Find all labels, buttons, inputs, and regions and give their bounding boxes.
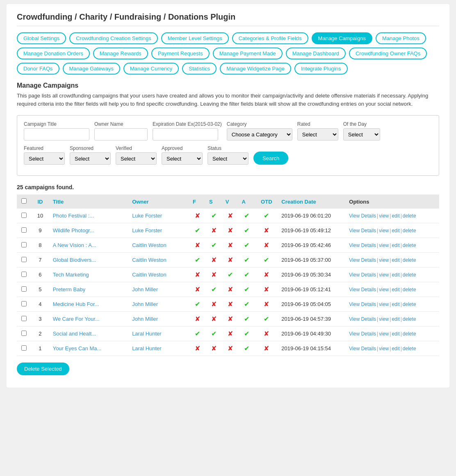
view-details-link[interactable]: View Details (349, 213, 376, 219)
delete-link[interactable]: delete (403, 331, 416, 337)
category-select[interactable]: Choose a CategoryArtsCommunityEducationE… (227, 128, 292, 141)
nav-btn-global-settings[interactable]: Global Settings (17, 32, 66, 44)
delete-link[interactable]: delete (403, 243, 416, 248)
edit-link[interactable]: edit (392, 331, 399, 337)
delete-link[interactable]: delete (403, 257, 416, 263)
nav-btn-crowdfunding-creation-settings[interactable]: Crowdfunding Creation Settings (69, 32, 158, 44)
view-details-link[interactable]: View Details (349, 301, 376, 307)
nav-btn-manage-donation-orders[interactable]: Manage Donation Orders (17, 48, 90, 59)
sponsored-select[interactable]: SelectYesNo (70, 152, 111, 165)
view-details-link[interactable]: View Details (349, 316, 376, 322)
nav-btn-manage-payment-made[interactable]: Manage Payment Made (213, 48, 283, 59)
edit-link[interactable]: edit (392, 243, 399, 248)
expiration-input[interactable] (153, 128, 218, 141)
nav-btn-statistics[interactable]: Statistics (182, 63, 217, 75)
cell-title[interactable]: Photo Festival :... (50, 209, 129, 223)
owner-name-input[interactable] (94, 128, 148, 141)
row-checkbox[interactable] (21, 286, 27, 292)
oftheday-select[interactable]: SelectYesNo (343, 128, 380, 141)
cell-owner[interactable]: Caitlin Weston (129, 238, 189, 253)
cell-title[interactable]: Medicine Hub For... (50, 297, 129, 312)
nav-btn-manage-campaigns[interactable]: Manage Campaigns (312, 32, 372, 44)
cell-owner[interactable]: Caitlin Weston (129, 267, 189, 282)
view-details-link[interactable]: View Details (349, 331, 376, 337)
cell-title[interactable]: Global Biodivers... (50, 253, 129, 267)
status-select[interactable]: SelectActiveInactive (207, 152, 249, 165)
edit-link[interactable]: edit (392, 316, 399, 322)
edit-link[interactable]: edit (392, 301, 399, 307)
approved-select[interactable]: SelectYesNo (162, 152, 203, 165)
title-link[interactable]: We Care For Your... (53, 316, 100, 322)
cell-owner[interactable]: John Miller (129, 282, 189, 297)
view-link[interactable]: view (379, 243, 389, 248)
owner-link[interactable]: Laral Hunter (132, 345, 162, 351)
owner-link[interactable]: Caitlin Weston (132, 242, 166, 248)
edit-link[interactable]: edit (392, 228, 399, 233)
delete-link[interactable]: delete (403, 287, 416, 292)
owner-link[interactable]: John Miller (132, 316, 158, 322)
nav-btn-crowdfunding-owner-faqs[interactable]: Crowdfunding Owner FAQs (349, 48, 427, 59)
cell-title[interactable]: Wildlife Photogr... (50, 223, 129, 238)
edit-link[interactable]: edit (392, 346, 399, 351)
view-link[interactable]: view (379, 346, 389, 351)
delete-link[interactable]: delete (403, 301, 416, 307)
title-link[interactable]: Tech Marketing (53, 272, 89, 278)
view-details-link[interactable]: View Details (349, 272, 376, 278)
title-link[interactable]: Photo Festival :... (53, 213, 94, 219)
nav-btn-member-level-settings[interactable]: Member Level Settings (161, 32, 229, 44)
owner-link[interactable]: Caitlin Weston (132, 272, 166, 278)
cell-title[interactable]: A New Vision : A... (50, 238, 129, 253)
row-checkbox[interactable] (21, 242, 27, 247)
delete-selected-button[interactable]: Delete Selected (17, 363, 69, 375)
title-link[interactable]: Medicine Hub For... (53, 301, 99, 307)
edit-link[interactable]: edit (392, 272, 399, 278)
cell-title[interactable]: Preterm Baby (50, 282, 129, 297)
search-button[interactable]: Search (253, 152, 288, 165)
view-link[interactable]: view (379, 331, 389, 337)
nav-btn-manage-rewards[interactable]: Manage Rewards (93, 48, 148, 59)
delete-link[interactable]: delete (403, 228, 416, 233)
view-details-link[interactable]: View Details (349, 243, 376, 248)
view-link[interactable]: view (379, 301, 389, 307)
owner-link[interactable]: Luke Forster (132, 213, 162, 219)
owner-link[interactable]: John Miller (132, 286, 158, 292)
nav-btn-payment-requests[interactable]: Payment Requests (151, 48, 210, 59)
view-link[interactable]: view (379, 257, 389, 263)
cell-owner[interactable]: Luke Forster (129, 223, 189, 238)
view-details-link[interactable]: View Details (349, 228, 376, 233)
nav-btn-integrate-plugins[interactable]: Integrate Plugins (294, 63, 348, 75)
nav-btn-manage-gateways[interactable]: Manage Gateways (63, 63, 120, 75)
row-checkbox[interactable] (21, 213, 27, 218)
view-link[interactable]: view (379, 316, 389, 322)
cell-owner[interactable]: John Miller (129, 297, 189, 312)
cell-title[interactable]: We Care For Your... (50, 312, 129, 326)
title-link[interactable]: Wildlife Photogr... (53, 227, 94, 233)
view-details-link[interactable]: View Details (349, 257, 376, 263)
edit-link[interactable]: edit (392, 213, 399, 219)
cell-title[interactable]: Tech Marketing (50, 267, 129, 282)
nav-btn-manage-widgetize-page[interactable]: Manage Widgetize Page (220, 63, 291, 75)
view-details-link[interactable]: View Details (349, 346, 376, 351)
view-details-link[interactable]: View Details (349, 287, 376, 292)
title-link[interactable]: Social and Healt... (53, 331, 96, 337)
cell-owner[interactable]: Laral Hunter (129, 341, 189, 356)
cell-owner[interactable]: Luke Forster (129, 209, 189, 223)
edit-link[interactable]: edit (392, 287, 399, 292)
nav-btn-donor-faqs[interactable]: Donor FAQs (17, 63, 59, 75)
verified-select[interactable]: SelectYesNo (116, 152, 157, 165)
view-link[interactable]: view (379, 213, 389, 219)
select-all-checkbox[interactable] (21, 198, 27, 204)
owner-link[interactable]: Caitlin Weston (132, 257, 166, 263)
row-checkbox[interactable] (21, 227, 27, 233)
nav-btn-manage-photos[interactable]: Manage Photos (376, 32, 426, 44)
view-link[interactable]: view (379, 272, 389, 278)
nav-btn-categories-&-profile-fields[interactable]: Categories & Profile Fields (232, 32, 308, 44)
row-checkbox[interactable] (21, 316, 27, 321)
rated-select[interactable]: SelectYesNo (297, 128, 338, 141)
title-link[interactable]: A New Vision : A... (53, 242, 96, 248)
title-link[interactable]: Your Eyes Can Ma... (53, 345, 102, 351)
row-checkbox[interactable] (21, 301, 27, 306)
cell-title[interactable]: Social and Healt... (50, 326, 129, 341)
view-link[interactable]: view (379, 287, 389, 292)
campaign-title-input[interactable] (24, 128, 89, 141)
